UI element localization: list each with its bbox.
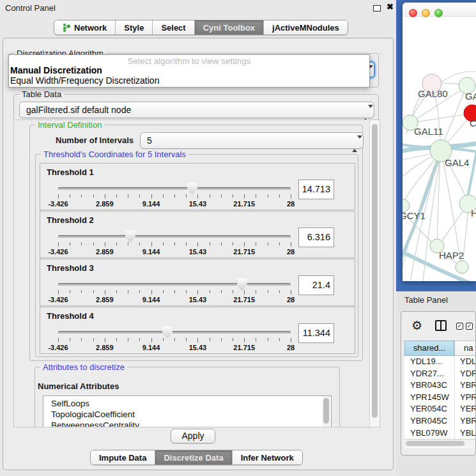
threshold-value-field[interactable]: 6.316 bbox=[298, 227, 334, 247]
table-row[interactable]: YER054CYER0 bbox=[404, 403, 476, 415]
slider-handle[interactable] bbox=[125, 231, 135, 243]
slider-minor-tick bbox=[210, 194, 210, 197]
network-window-titlebar[interactable] bbox=[403, 3, 476, 17]
tab-label: Style bbox=[124, 23, 144, 33]
slider-track[interactable] bbox=[58, 283, 291, 286]
gear-icon[interactable]: ⚙ bbox=[411, 318, 422, 333]
table-row[interactable]: YDL19...YDL1 bbox=[404, 356, 476, 368]
node-attribute-table: shared... na YDL19...YDL1YDR27...YDR2YBR… bbox=[404, 341, 476, 448]
slider-tick-label: 9.144 bbox=[142, 296, 160, 303]
tab-network[interactable]: Network bbox=[54, 20, 116, 35]
slider-tick-label: 15.43 bbox=[189, 344, 207, 351]
checkbox-icon[interactable]: ✓ bbox=[456, 323, 463, 330]
tab-label: Cyni Toolbox bbox=[203, 23, 255, 33]
table-row[interactable]: YBL079WYBL0 bbox=[404, 427, 476, 440]
slider-minor-tick bbox=[186, 338, 187, 341]
table-cell-shared-name[interactable]: YPR145W bbox=[404, 392, 454, 404]
table-cell-shared-name[interactable]: YBR043C bbox=[404, 380, 454, 392]
slider-major-tick bbox=[58, 242, 59, 247]
table-row[interactable]: YPR145WYPR1 bbox=[404, 392, 476, 404]
slider-minor-tick bbox=[139, 338, 140, 341]
attribute-list-item[interactable]: TopologicalCoefficient bbox=[43, 409, 331, 420]
number-of-intervals-combobox[interactable]: 5 bbox=[140, 132, 364, 149]
table-cell-name[interactable]: YBL0 bbox=[454, 427, 476, 440]
dropdown-option-equal-width[interactable]: Equal Width/Frequency Discretization bbox=[9, 75, 369, 86]
number-of-intervals-value: 5 bbox=[147, 135, 152, 146]
slider-minor-tick bbox=[163, 242, 164, 245]
slider-handle[interactable] bbox=[162, 326, 173, 339]
slider-minor-tick bbox=[174, 242, 175, 245]
slider-minor-tick bbox=[81, 338, 82, 341]
threshold-label: Threshold 1 bbox=[47, 167, 94, 177]
tab-discretize-data[interactable]: Discretize Data bbox=[155, 450, 232, 464]
table-cell-name[interactable]: YPR1 bbox=[454, 392, 476, 404]
attribute-list-item[interactable]: BetweennessCentrality bbox=[43, 420, 331, 427]
table-horizontal-scrollbar[interactable] bbox=[404, 439, 476, 447]
threshold-value-field[interactable]: 11.344 bbox=[298, 323, 334, 343]
slider-tick-label: 28 bbox=[287, 200, 295, 208]
table-cell-name[interactable]: YER0 bbox=[454, 403, 476, 415]
tab-impute-data[interactable]: Impute Data bbox=[91, 450, 155, 464]
split-columns-icon[interactable] bbox=[435, 320, 447, 331]
table-cell-name[interactable]: YBR0 bbox=[454, 380, 476, 392]
column-header-name[interactable]: na bbox=[454, 341, 476, 356]
tab-cyni-toolbox[interactable]: Cyni Toolbox bbox=[195, 20, 264, 35]
table-cell-shared-name[interactable]: YER054C bbox=[404, 403, 454, 415]
label-gal4: GAL4 bbox=[445, 157, 469, 168]
close-panel-icon[interactable]: ✖ bbox=[387, 2, 394, 12]
slider-handle[interactable] bbox=[187, 183, 197, 195]
slider-minor-tick bbox=[128, 338, 128, 341]
dropdown-placeholder: Select algorithm to view settings bbox=[9, 55, 369, 65]
column-header-shared[interactable]: shared... bbox=[404, 341, 454, 356]
slider-minor-tick bbox=[279, 242, 280, 245]
node-bottom-right[interactable] bbox=[456, 261, 468, 273]
combo-arrows-icon bbox=[352, 136, 357, 151]
checkbox-icon[interactable]: ✓ bbox=[466, 323, 473, 330]
slider-minor-tick bbox=[163, 290, 164, 293]
table-row[interactable]: YDR27...YDR2 bbox=[404, 368, 476, 380]
settings-vertical-scrollbar[interactable] bbox=[369, 120, 380, 427]
threshold-value-field[interactable]: 14.713 bbox=[298, 180, 334, 199]
slider-minor-tick bbox=[268, 290, 268, 293]
attributes-list-scrollbar[interactable] bbox=[322, 397, 330, 427]
control-panel-title: Control Panel bbox=[5, 3, 56, 13]
tab-select[interactable]: Select bbox=[153, 20, 194, 35]
threshold-value-field[interactable]: 21.4 bbox=[298, 275, 334, 295]
table-data-combo-value: galFiltered.sif default node bbox=[26, 105, 131, 115]
cyni-toolbox-panel: Discretization Algorithm Select algorith… bbox=[3, 38, 394, 470]
table-cell-shared-name[interactable]: YBR045C bbox=[404, 415, 454, 427]
table-cell-shared-name[interactable]: YBL079W bbox=[404, 427, 454, 440]
column-divider bbox=[454, 356, 455, 448]
slider-minor-tick bbox=[268, 194, 268, 197]
slider-minor-tick bbox=[186, 194, 187, 197]
slider-track[interactable] bbox=[58, 187, 291, 190]
tab-style[interactable]: Style bbox=[116, 20, 153, 35]
slider-tick-label: -3.426 bbox=[48, 344, 68, 351]
table-row[interactable]: YBR043CYBR0 bbox=[404, 380, 476, 392]
apply-button[interactable]: Apply bbox=[171, 429, 215, 443]
slider-minor-tick bbox=[81, 194, 82, 197]
slider-track[interactable] bbox=[58, 331, 291, 334]
slider-handle[interactable] bbox=[237, 279, 247, 291]
slider-minor-tick bbox=[128, 290, 128, 293]
table-row[interactable]: YBR045CYBR0 bbox=[404, 415, 476, 427]
threshold-panel: Threshold 1-3.4262.8599.14415.4321.71528… bbox=[40, 163, 355, 210]
table-header: shared... na bbox=[404, 341, 476, 356]
table-panel-body: ⚙ ✓ ✓ shared... na YDL19...YDL1YDR27...Y… bbox=[396, 309, 476, 476]
table-cell-name[interactable]: YDR2 bbox=[454, 368, 476, 380]
dropdown-option-manual[interactable]: Manual Discretization bbox=[9, 65, 369, 75]
table-cell-name[interactable]: YDL1 bbox=[454, 356, 476, 368]
tab-jactivemnodules[interactable]: jActiveMNodules bbox=[264, 20, 348, 35]
table-cell-shared-name[interactable]: YDL19... bbox=[404, 356, 454, 368]
slider-minor-tick bbox=[233, 242, 233, 245]
slider-track[interactable] bbox=[58, 235, 291, 238]
tab-infer-network[interactable]: Infer Network bbox=[233, 450, 302, 464]
numerical-attributes-list: SelfLoopsTopologicalCoefficientBetweenne… bbox=[43, 395, 332, 427]
slider-minor-tick bbox=[116, 194, 117, 197]
table-cell-shared-name[interactable]: YDR27... bbox=[404, 368, 454, 380]
slider-major-tick bbox=[244, 338, 245, 342]
table-data-combobox[interactable]: galFiltered.sif default node bbox=[19, 102, 374, 118]
attribute-list-item[interactable]: SelfLoops bbox=[43, 398, 331, 409]
table-cell-name[interactable]: YBR0 bbox=[454, 415, 476, 427]
float-panel-icon[interactable] bbox=[373, 5, 381, 12]
